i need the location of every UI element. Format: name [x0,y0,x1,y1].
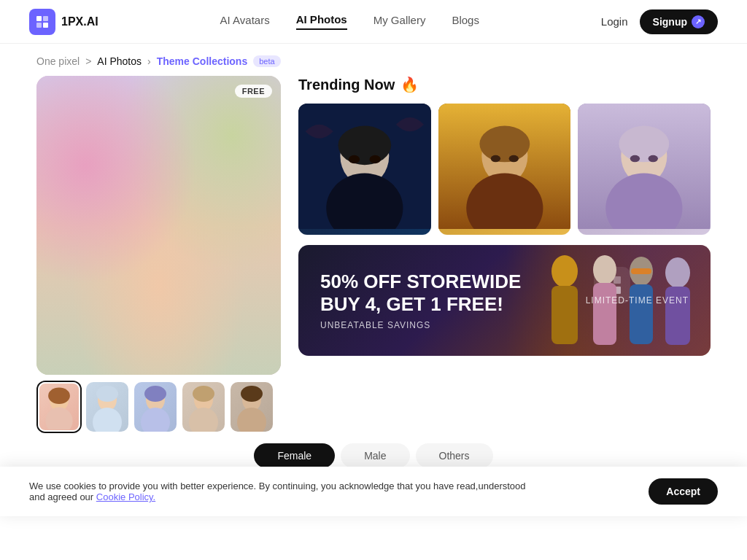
cookie-policy-link[interactable]: Cookie Policy. [96,491,155,502]
tab-others[interactable]: Others [416,443,493,468]
promo-event-label: LIMITED-TIME EVENT [586,295,689,306]
trending-image-1[interactable] [298,104,431,235]
trending-image-2[interactable] [438,104,571,235]
signup-arrow-icon: ↗ [692,15,705,28]
svg-point-49 [189,408,218,432]
svg-point-65 [508,155,518,163]
svg-point-72 [649,155,658,163]
signup-label: Signup [653,16,687,28]
breadcrumb-separator: > [85,55,91,67]
svg-point-48 [193,386,214,402]
breadcrumb-root[interactable]: One pixel [36,55,80,67]
thumbnail-5[interactable] [231,382,273,432]
breadcrumb-separator-2: › [147,55,151,67]
gender-tabs: Female Male Others [0,443,747,468]
svg-point-57 [349,155,360,163]
promo-discount-line2: BUY 4, GET 1 FREE! [320,293,586,316]
svg-point-42 [96,386,118,402]
thumbnail-3[interactable] [134,382,177,432]
promo-text: 50% OFF STOREWIDE BUY 4, GET 1 FREE! UNB… [320,271,586,330]
promo-discount-line1: 50% OFF STOREWIDE [320,271,586,293]
svg-rect-0 [36,16,42,21]
svg-rect-80 [593,283,616,345]
svg-point-83 [665,257,690,288]
svg-point-69 [619,126,670,163]
accept-button[interactable]: Accept [649,478,718,505]
svg-point-46 [141,408,170,432]
logo[interactable]: 1PX.AI [29,9,98,35]
svg-point-51 [241,386,263,402]
svg-rect-3 [43,23,48,28]
svg-point-79 [593,255,616,284]
trending-image-3[interactable] [578,104,711,235]
trending-images [298,104,711,235]
tab-male[interactable]: Male [341,443,409,468]
svg-point-62 [479,126,530,163]
free-badge: FREE [235,85,272,98]
svg-point-39 [48,388,70,404]
trending-header: Trending Now 🔥 [298,76,711,93]
tab-female[interactable]: Female [254,443,335,468]
main-content: FREE [0,76,747,432]
thumbnail-2[interactable] [86,382,128,432]
nav-ai-avatars[interactable]: AI Avatars [220,14,270,29]
hero-image-background [36,76,281,375]
svg-point-55 [338,126,391,166]
hero-section: FREE [36,76,281,432]
svg-point-52 [237,408,266,432]
promo-banner[interactable]: 50% OFF STOREWIDE BUY 4, GET 1 FREE! UNB… [298,245,711,356]
logo-icon [29,9,55,35]
svg-rect-82 [630,284,653,344]
thumbnail-1[interactable] [38,382,80,432]
hero-image [36,76,281,375]
header-actions: Login Signup ↗ [601,9,718,34]
svg-point-64 [490,155,500,163]
header: 1PX.AI AI Avatars AI Photos My Gallery B… [0,0,747,44]
promo-sub-label: UNBEATABLE SAVINGS [320,320,586,330]
main-nav: AI Avatars AI Photos My Gallery Blogs [220,13,479,30]
svg-rect-85 [631,268,651,274]
svg-point-40 [45,408,72,430]
nav-my-gallery[interactable]: My Gallery [374,14,426,29]
beta-badge: beta [253,55,280,67]
svg-rect-1 [43,16,48,21]
cookie-banner: We use cookies to provide you with bette… [0,467,747,516]
promo-right: LIMITED-TIME EVENT [586,295,689,306]
breadcrumb-page: Theme Collections [157,55,247,67]
svg-point-43 [93,408,122,432]
breadcrumb: One pixel > AI Photos › Theme Collection… [0,44,747,76]
nav-ai-photos[interactable]: AI Photos [296,13,347,30]
breadcrumb-section[interactable]: AI Photos [97,55,142,67]
svg-point-45 [144,386,166,402]
svg-point-71 [630,155,640,163]
fire-icon: 🔥 [400,76,419,93]
signup-button[interactable]: Signup ↗ [640,9,718,34]
cookie-text: We use cookies to provide you with bette… [29,481,540,502]
nav-blogs[interactable]: Blogs [452,14,479,29]
thumbnail-4[interactable] [182,382,225,432]
trending-title: Trending Now [298,77,395,93]
svg-point-58 [370,155,381,163]
logo-text: 1PX.AI [61,15,98,28]
svg-rect-2 [36,23,42,28]
login-button[interactable]: Login [601,15,628,28]
hero-image-container: FREE [36,76,281,375]
hero-thumbnails [36,382,281,432]
right-section: Trending Now 🔥 [298,76,711,432]
